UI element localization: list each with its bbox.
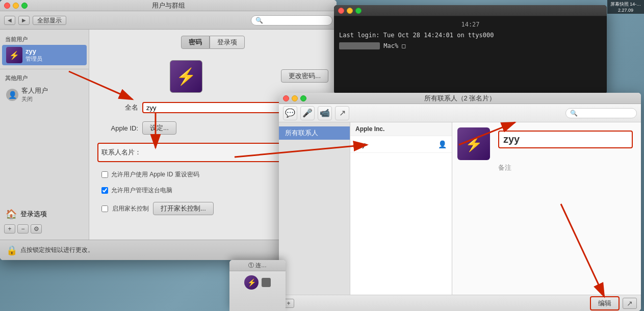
contacts-max[interactable] bbox=[300, 95, 306, 101]
add-user-button[interactable]: + bbox=[4, 224, 15, 234]
search-icon: 🔍 bbox=[255, 17, 263, 24]
sidebar-actions: + − ⚙ bbox=[4, 222, 85, 236]
window-toolbar: ◀ ▶ 全部显示 🔍 bbox=[0, 11, 337, 30]
contact-avatar-detail: ⚡ bbox=[457, 127, 490, 160]
user-avatar bbox=[6, 47, 22, 63]
sidebar: 当前用户 zyy 管理员 其他用户 👤 客人用户 关闭 🏠 bbox=[0, 30, 89, 240]
terminal-min[interactable] bbox=[347, 8, 353, 14]
contact-avatar-img: ⚡ bbox=[457, 127, 490, 160]
contact-zyy-name: zyy bbox=[355, 141, 366, 148]
tab-login-items[interactable]: 登录项 bbox=[210, 36, 245, 49]
contact-zyy-item[interactable]: zyy 👤 bbox=[350, 136, 452, 153]
add-label: + bbox=[287, 300, 290, 307]
fullname-label: 全名 bbox=[97, 103, 138, 112]
sidebar-all-contacts[interactable]: 所有联系人 bbox=[279, 126, 350, 140]
user-role: 管理员 bbox=[25, 55, 83, 63]
checkbox-manage-computer[interactable] bbox=[101, 187, 108, 194]
search-box[interactable]: 🔍 bbox=[251, 15, 332, 25]
contact-name-display: zyy bbox=[503, 134, 520, 145]
terminal-close[interactable] bbox=[338, 8, 344, 14]
connection-bar-title: ① 连… bbox=[229, 260, 286, 271]
contacts-footer: + 编辑 ↗ bbox=[279, 295, 641, 311]
contacts-search[interactable]: 🔍 bbox=[565, 108, 637, 118]
settings-button[interactable]: ⚙ bbox=[31, 224, 42, 234]
window-titlebar: 用户与群组 bbox=[0, 0, 337, 11]
maximize-button[interactable] bbox=[21, 3, 28, 9]
guest-user-item[interactable]: 👤 客人用户 关闭 bbox=[2, 84, 87, 106]
traffic-lights bbox=[4, 3, 28, 9]
contacts-traffic-lights bbox=[283, 95, 306, 101]
contact-card-label: 联系人名片： bbox=[101, 148, 141, 157]
terminal-login-line: Last login: Tue Oct 28 14:24:01 on ttys0… bbox=[339, 31, 602, 40]
terminal-prompt-text: Mac% □ bbox=[383, 42, 405, 49]
window-title: 用户与群组 bbox=[152, 1, 185, 10]
forward-button[interactable]: ▶ bbox=[18, 16, 30, 25]
contact-name-box: zyy bbox=[498, 131, 633, 148]
contact-person-icon: 👤 bbox=[438, 140, 447, 148]
contacts-title: 所有联系人（2 张名片） bbox=[424, 94, 496, 103]
other-user-label: 其他用户 bbox=[0, 72, 89, 83]
connection-avatar: ⚡ bbox=[244, 275, 259, 290]
lock-icon[interactable]: 🔒 bbox=[6, 245, 17, 256]
tab-bar: 密码 登录项 bbox=[181, 36, 245, 49]
open-parental-button[interactable]: 打开家长控制... bbox=[153, 202, 214, 215]
contacts-search-icon: 🔍 bbox=[570, 110, 578, 117]
terminal-blurred-user bbox=[339, 42, 380, 49]
contacts-toolbar: 💬 🎤 📹 ↗ 🔍 bbox=[279, 104, 641, 122]
terminal-time: 14:27 bbox=[339, 20, 602, 29]
screenshot-label: 屏幕快照 14-…2.27.09 bbox=[607, 0, 644, 14]
share-button[interactable]: ↗ bbox=[623, 298, 637, 309]
contacts-body: 所有联系人 Apple Inc. zyy 👤 ⚡ zyy 备注 bbox=[279, 122, 641, 295]
current-user-item[interactable]: zyy 管理员 bbox=[2, 45, 87, 65]
terminal-content: 14:27 Last login: Tue Oct 28 14:24:01 on… bbox=[334, 16, 607, 54]
show-all-button[interactable]: 全部显示 bbox=[33, 16, 66, 25]
checkbox2-label: 允许用户管理这台电脑 bbox=[111, 186, 172, 195]
apple-inc-header: Apple Inc. bbox=[350, 122, 452, 136]
close-button[interactable] bbox=[4, 3, 10, 9]
video-icon[interactable]: 📹 bbox=[318, 106, 332, 120]
minimize-button[interactable] bbox=[13, 3, 19, 9]
login-options-label: 登录选项 bbox=[20, 210, 47, 219]
share-contact-icon[interactable]: ↗ bbox=[335, 106, 349, 120]
guest-role: 关闭 bbox=[21, 95, 83, 103]
current-user-label: 当前用户 bbox=[0, 34, 89, 44]
appleid-button[interactable]: 设定... bbox=[142, 121, 176, 135]
contacts-min[interactable] bbox=[292, 95, 298, 101]
guest-info: 客人用户 关闭 bbox=[21, 86, 83, 103]
lock-text: 点按锁定按钮以进行更改。 bbox=[20, 246, 94, 254]
edit-contact-button[interactable]: 编辑 bbox=[590, 296, 620, 310]
guest-name: 客人用户 bbox=[21, 86, 83, 95]
contact-notes-label: 备注 bbox=[498, 163, 511, 172]
checkbox-apple-id-reset[interactable] bbox=[101, 171, 108, 178]
back-button[interactable]: ◀ bbox=[4, 16, 15, 25]
change-password-button[interactable]: 更改密码... bbox=[281, 69, 328, 83]
connection-bar-content: ⚡ bbox=[229, 271, 286, 294]
connection-status-box bbox=[262, 278, 271, 287]
screenshot-label-text: 屏幕快照 14-…2.27.09 bbox=[610, 2, 641, 13]
login-options-item[interactable]: 🏠 登录选项 bbox=[4, 206, 85, 222]
contacts-close[interactable] bbox=[283, 95, 289, 101]
contacts-sidebar: 所有联系人 bbox=[279, 122, 350, 295]
connection-bar: ① 连… ⚡ bbox=[229, 260, 286, 311]
sidebar-divider bbox=[0, 69, 89, 69]
audio-icon[interactable]: 🎤 bbox=[300, 106, 315, 120]
remove-user-button[interactable]: − bbox=[17, 224, 29, 234]
share-label: ↗ bbox=[627, 299, 633, 307]
login-line-text: Last login: Tue Oct 28 14:24:01 on ttys0… bbox=[339, 32, 494, 39]
contacts-detail: ⚡ zyy 备注 bbox=[452, 122, 641, 295]
house-icon: 🏠 bbox=[5, 208, 17, 220]
checkbox-parental-control[interactable] bbox=[101, 205, 108, 212]
terminal-window: 14:27 Last login: Tue Oct 28 14:24:01 on… bbox=[334, 5, 607, 94]
contacts-window: 所有联系人（2 张名片） 💬 🎤 📹 ↗ 🔍 所有联系人 Apple Inc. … bbox=[279, 93, 641, 311]
login-options-section: 🏠 登录选项 + − ⚙ bbox=[0, 202, 89, 240]
terminal-titlebar bbox=[334, 5, 607, 16]
message-icon[interactable]: 💬 bbox=[283, 106, 297, 120]
user-info: zyy 管理员 bbox=[25, 47, 83, 63]
guest-icon: 👤 bbox=[6, 89, 18, 101]
contacts-titlebar: 所有联系人（2 张名片） bbox=[279, 93, 641, 104]
tab-password[interactable]: 密码 bbox=[181, 36, 210, 49]
parental-label: 启用家长控制 bbox=[112, 204, 149, 213]
terminal-max[interactable] bbox=[355, 8, 362, 14]
user-name: zyy bbox=[25, 47, 83, 55]
appleid-label: Apple ID: bbox=[97, 124, 138, 132]
